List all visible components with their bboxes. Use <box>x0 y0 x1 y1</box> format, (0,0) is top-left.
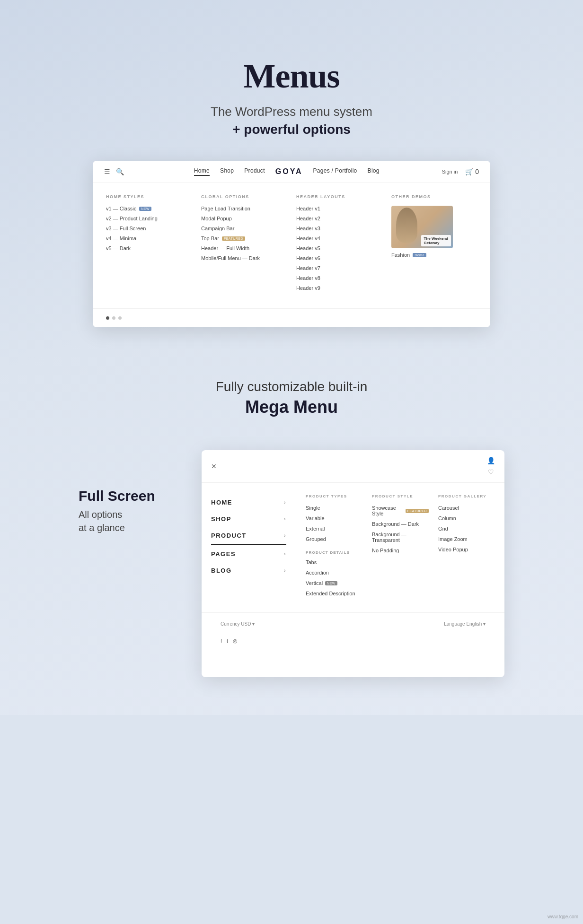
fullscreen-card: ✕ 👤 ♡ HOME › SHOP › <box>202 450 504 677</box>
fs-currency[interactable]: Currency USD ▾ <box>221 621 255 627</box>
fs-item-no-padding[interactable]: No Padding <box>372 548 429 553</box>
fs-header: ✕ 👤 ♡ <box>202 450 504 483</box>
demo-figure <box>396 208 417 243</box>
nav-signin[interactable]: Sign in <box>442 169 458 174</box>
dot-1[interactable] <box>106 316 109 320</box>
fullscreen-section: Full Screen All optionsat a glance ✕ 👤 ♡… <box>79 441 504 677</box>
menu-item-header-v4[interactable]: Header v4 <box>296 235 382 241</box>
col-other-demos: OTHER DEMOS The WeekendGetaway Fashion D… <box>391 194 477 295</box>
left-text-panel: Full Screen All optionsat a glance <box>79 450 183 534</box>
close-icon[interactable]: ✕ <box>211 462 217 470</box>
fs-item-column[interactable]: Column <box>438 515 495 521</box>
menu-item-header-v2[interactable]: Header v2 <box>296 216 382 221</box>
menu-item-header-v5[interactable]: Header v5 <box>296 245 382 251</box>
facebook-icon[interactable]: f <box>221 638 222 644</box>
fs-col-gallery-title: PRODUCT GALLERY <box>438 494 495 498</box>
menu-item-modal-popup[interactable]: Modal Popup <box>201 216 287 221</box>
fs-nav-product[interactable]: PRODUCT › <box>211 527 286 545</box>
fs-nav-blog-label: BLOG <box>211 567 232 574</box>
instagram-icon[interactable]: ◎ <box>233 638 238 644</box>
fs-nav-product-arrow: › <box>284 533 286 538</box>
fs-item-extended[interactable]: Extended Description <box>306 591 362 596</box>
menu-item-header-v6[interactable]: Header v6 <box>296 255 382 261</box>
menu-item-header-full[interactable]: Header — Full Width <box>201 245 287 251</box>
fs-nav-shop-arrow: › <box>284 516 286 522</box>
badge-demo: Demo <box>413 253 426 257</box>
fs-item-carousel[interactable]: Carousel <box>438 505 495 511</box>
col-header-layouts: HEADER LAYOUTS Header v1 Header v2 Heade… <box>296 194 391 295</box>
heart-icon[interactable]: ♡ <box>488 468 494 476</box>
menu-item-campaign-bar[interactable]: Campaign Bar <box>201 226 287 231</box>
fs-nav-product-label: PRODUCT <box>211 532 247 539</box>
col-home-styles: HOME STYLES v1 — Classic NEW v2 — Produc… <box>106 194 201 295</box>
fs-item-variable[interactable]: Variable <box>306 515 362 521</box>
nav-link-home[interactable]: Home <box>194 167 210 176</box>
fs-item-vertical[interactable]: Vertical NEW <box>306 580 362 586</box>
fs-nav-shop-label: SHOP <box>211 515 231 523</box>
search-icon[interactable]: 🔍 <box>116 168 124 175</box>
nav-link-blog[interactable]: Blog <box>368 167 380 176</box>
badge-new: NEW <box>139 207 151 211</box>
fs-section-title-details: PRODUCT DETAILS <box>306 550 362 555</box>
fs-item-image-zoom[interactable]: Image Zoom <box>438 536 495 542</box>
nav-cart-icon[interactable]: 🛒 0 <box>465 168 479 175</box>
user-icon[interactable]: 👤 <box>487 457 495 464</box>
nav-link-product[interactable]: Product <box>244 167 265 176</box>
menu-item-v3[interactable]: v3 — Full Screen <box>106 226 192 231</box>
menu-item-header-v8[interactable]: Header v8 <box>296 275 382 281</box>
menu-item-header-v9[interactable]: Header v9 <box>296 285 382 291</box>
fs-item-external[interactable]: External <box>306 526 362 532</box>
fs-item-grid[interactable]: Grid <box>438 526 495 532</box>
fs-right-content: PRODUCT TYPES Single Variable External G… <box>296 483 504 612</box>
fs-item-bg-transparent[interactable]: Background — Transparent <box>372 532 429 543</box>
menu-item-fashion[interactable]: Fashion Demo <box>391 252 477 258</box>
menu-item-page-load[interactable]: Page Load Transition <box>201 206 287 211</box>
col-global-options: GLOBAL OPTIONS Page Load Transition Moda… <box>201 194 296 295</box>
fs-item-showcase[interactable]: Showcase Style FEATURED <box>372 505 429 516</box>
nav-link-shop[interactable]: Shop <box>220 167 234 176</box>
header-section: Menus The WordPress menu system + powerf… <box>0 28 583 161</box>
badge-new-vertical: NEW <box>325 581 337 585</box>
fs-nav-col: HOME › SHOP › PRODUCT › PAGES › <box>202 483 296 612</box>
menu-item-v2[interactable]: v2 — Product Landing <box>106 216 192 221</box>
menu-item-header-v3[interactable]: Header v3 <box>296 226 382 231</box>
fs-nav-home[interactable]: HOME › <box>211 494 286 511</box>
col-title-header-layouts: HEADER LAYOUTS <box>296 194 382 199</box>
fs-nav-shop[interactable]: SHOP › <box>211 511 286 527</box>
hamburger-icon[interactable]: ☰ <box>104 168 110 175</box>
fs-col-types-title: PRODUCT TYPES <box>306 494 362 498</box>
col-title-home-styles: HOME STYLES <box>106 194 192 199</box>
card-footer <box>93 309 490 327</box>
fs-nav-blog-arrow: › <box>284 568 286 573</box>
fs-item-tabs[interactable]: Tabs <box>306 559 362 565</box>
fs-nav-pages[interactable]: PAGES › <box>211 546 286 562</box>
left-subtitle: All optionsat a glance <box>79 508 183 534</box>
fs-item-grouped[interactable]: Grouped <box>306 536 362 542</box>
menu-item-v1[interactable]: v1 — Classic NEW <box>106 206 192 211</box>
demo-image[interactable]: The WeekendGetaway <box>391 206 453 248</box>
menu-item-header-v1[interactable]: Header v1 <box>296 206 382 211</box>
dot-2[interactable] <box>112 316 115 320</box>
nav-link-pages[interactable]: Pages / Portfolio <box>313 167 357 176</box>
fs-language[interactable]: Language English ▾ <box>444 621 486 627</box>
middle-line2: Mega Menu <box>0 397 583 417</box>
fs-item-single[interactable]: Single <box>306 505 362 511</box>
watermark: www.tqge.com <box>548 914 578 919</box>
fs-footer-area: Currency USD ▾ Language English ▾ f t ◎ <box>202 612 504 649</box>
fs-item-video-popup[interactable]: Video Popup <box>438 547 495 552</box>
fs-col-style-title: PRODUCT STYLE <box>372 494 429 498</box>
dot-3[interactable] <box>118 316 122 320</box>
fs-item-accordion[interactable]: Accordion <box>306 570 362 575</box>
fs-nav-blog[interactable]: BLOG › <box>211 562 286 579</box>
menu-item-header-v7[interactable]: Header v7 <box>296 265 382 271</box>
subtitle-line2: + powerful options <box>0 122 583 137</box>
fs-nav-pages-label: PAGES <box>211 550 236 558</box>
menu-item-mobile-menu[interactable]: Mobile/Full Menu — Dark <box>201 255 287 261</box>
twitter-icon[interactable]: t <box>227 638 228 644</box>
menu-item-top-bar[interactable]: Top Bar FEATURED <box>201 235 287 241</box>
middle-section: Fully customizable built-in Mega Menu <box>0 356 583 441</box>
fs-item-bg-dark[interactable]: Background — Dark <box>372 521 429 527</box>
menu-item-v4[interactable]: v4 — Minimal <box>106 235 192 241</box>
menu-item-v5[interactable]: v5 — Dark <box>106 245 192 251</box>
fs-col-product-types: PRODUCT TYPES Single Variable External G… <box>306 494 362 601</box>
